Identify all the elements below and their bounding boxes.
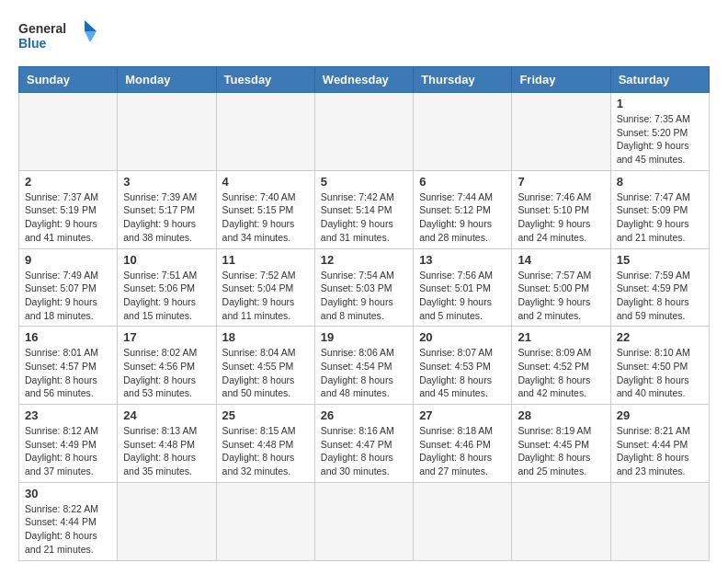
day-info: Sunrise: 8:22 AM Sunset: 4:44 PM Dayligh… (25, 502, 111, 557)
calendar-cell: 27Sunrise: 8:18 AM Sunset: 4:46 PM Dayli… (414, 405, 512, 483)
calendar-cell (216, 93, 314, 171)
day-info: Sunrise: 7:35 AM Sunset: 5:20 PM Dayligh… (617, 112, 703, 167)
calendar-cell: 19Sunrise: 8:06 AM Sunset: 4:54 PM Dayli… (314, 327, 413, 405)
week-row-4: 16Sunrise: 8:01 AM Sunset: 4:57 PM Dayli… (19, 327, 710, 405)
calendar-cell: 22Sunrise: 8:10 AM Sunset: 4:50 PM Dayli… (610, 327, 709, 405)
weekday-header-thursday: Thursday (414, 67, 512, 93)
day-number: 18 (222, 330, 309, 344)
day-number: 6 (419, 175, 506, 189)
calendar-cell: 24Sunrise: 8:13 AM Sunset: 4:48 PM Dayli… (118, 405, 216, 483)
calendar-cell (314, 482, 413, 560)
calendar-cell: 1Sunrise: 7:35 AM Sunset: 5:20 PM Daylig… (610, 93, 709, 171)
day-number: 9 (25, 253, 111, 267)
day-number: 26 (321, 408, 407, 422)
day-number: 21 (518, 330, 604, 344)
weekday-header-tuesday: Tuesday (216, 67, 314, 93)
weekday-header-row: SundayMondayTuesdayWednesdayThursdayFrid… (19, 67, 710, 93)
day-number: 1 (617, 97, 703, 110)
day-number: 23 (25, 408, 111, 422)
weekday-header-sunday: Sunday (19, 67, 118, 93)
day-number: 29 (617, 408, 703, 422)
day-info: Sunrise: 7:56 AM Sunset: 5:01 PM Dayligh… (419, 269, 506, 323)
week-row-2: 2Sunrise: 7:37 AM Sunset: 5:19 PM Daylig… (19, 170, 710, 248)
calendar-cell: 12Sunrise: 7:54 AM Sunset: 5:03 PM Dayli… (314, 248, 413, 327)
day-number: 8 (617, 175, 703, 189)
week-row-6: 30Sunrise: 8:22 AM Sunset: 4:44 PM Dayli… (19, 482, 710, 560)
week-row-1: 1Sunrise: 7:35 AM Sunset: 5:20 PM Daylig… (19, 93, 710, 171)
calendar-cell (414, 93, 512, 171)
day-info: Sunrise: 8:02 AM Sunset: 4:56 PM Dayligh… (123, 346, 210, 400)
weekday-header-friday: Friday (512, 67, 610, 93)
day-number: 14 (518, 253, 604, 267)
calendar-cell: 15Sunrise: 7:59 AM Sunset: 4:59 PM Dayli… (610, 248, 709, 327)
day-number: 5 (321, 175, 407, 189)
day-number: 28 (518, 408, 604, 422)
calendar-cell: 3Sunrise: 7:39 AM Sunset: 5:17 PM Daylig… (118, 170, 216, 248)
day-number: 11 (222, 253, 309, 267)
day-number: 20 (419, 330, 506, 344)
logo: General Blue (18, 18, 101, 57)
day-number: 12 (321, 253, 407, 267)
calendar-cell (19, 93, 118, 171)
calendar-cell: 2Sunrise: 7:37 AM Sunset: 5:19 PM Daylig… (19, 170, 118, 248)
svg-text:General: General (18, 21, 66, 36)
svg-marker-3 (85, 31, 97, 42)
svg-marker-2 (85, 20, 97, 31)
day-info: Sunrise: 7:47 AM Sunset: 5:09 PM Dayligh… (617, 190, 703, 245)
day-info: Sunrise: 8:10 AM Sunset: 4:50 PM Dayligh… (617, 346, 703, 400)
svg-text:Blue: Blue (18, 36, 47, 51)
calendar-cell (216, 482, 314, 560)
calendar-cell (610, 482, 709, 560)
day-number: 4 (222, 175, 309, 189)
day-info: Sunrise: 7:54 AM Sunset: 5:03 PM Dayligh… (321, 269, 407, 323)
day-info: Sunrise: 7:39 AM Sunset: 5:17 PM Dayligh… (123, 190, 210, 245)
day-number: 19 (321, 330, 407, 344)
day-info: Sunrise: 8:04 AM Sunset: 4:55 PM Dayligh… (222, 346, 309, 400)
calendar-cell (512, 482, 610, 560)
day-number: 25 (222, 408, 309, 422)
day-info: Sunrise: 7:37 AM Sunset: 5:19 PM Dayligh… (25, 190, 111, 245)
calendar-cell (414, 482, 512, 560)
calendar-cell: 23Sunrise: 8:12 AM Sunset: 4:49 PM Dayli… (19, 405, 118, 483)
day-info: Sunrise: 8:13 AM Sunset: 4:48 PM Dayligh… (123, 424, 210, 478)
day-info: Sunrise: 7:51 AM Sunset: 5:06 PM Dayligh… (123, 269, 210, 323)
day-number: 3 (123, 175, 210, 189)
day-info: Sunrise: 7:52 AM Sunset: 5:04 PM Dayligh… (222, 269, 309, 323)
day-info: Sunrise: 7:40 AM Sunset: 5:15 PM Dayligh… (222, 190, 309, 245)
calendar-cell (314, 93, 413, 171)
day-info: Sunrise: 7:46 AM Sunset: 5:10 PM Dayligh… (518, 190, 604, 245)
day-number: 17 (123, 330, 210, 344)
calendar-cell: 7Sunrise: 7:46 AM Sunset: 5:10 PM Daylig… (512, 170, 610, 248)
week-row-5: 23Sunrise: 8:12 AM Sunset: 4:49 PM Dayli… (19, 405, 710, 483)
day-number: 10 (123, 253, 210, 267)
calendar-cell: 29Sunrise: 8:21 AM Sunset: 4:44 PM Dayli… (610, 405, 709, 483)
day-info: Sunrise: 7:44 AM Sunset: 5:12 PM Dayligh… (419, 190, 506, 245)
day-info: Sunrise: 8:16 AM Sunset: 4:47 PM Dayligh… (321, 424, 407, 478)
day-info: Sunrise: 8:01 AM Sunset: 4:57 PM Dayligh… (25, 346, 111, 400)
calendar-cell: 14Sunrise: 7:57 AM Sunset: 5:00 PM Dayli… (512, 248, 610, 327)
day-info: Sunrise: 8:06 AM Sunset: 4:54 PM Dayligh… (321, 346, 407, 400)
calendar-cell: 5Sunrise: 7:42 AM Sunset: 5:14 PM Daylig… (314, 170, 413, 248)
day-number: 27 (419, 408, 506, 422)
calendar-cell (118, 93, 216, 171)
day-number: 2 (25, 175, 111, 189)
calendar-cell: 30Sunrise: 8:22 AM Sunset: 4:44 PM Dayli… (19, 482, 118, 560)
calendar-table: SundayMondayTuesdayWednesdayThursdayFrid… (18, 66, 710, 561)
day-number: 13 (419, 253, 506, 267)
calendar-cell: 4Sunrise: 7:40 AM Sunset: 5:15 PM Daylig… (216, 170, 314, 248)
calendar-cell: 18Sunrise: 8:04 AM Sunset: 4:55 PM Dayli… (216, 327, 314, 405)
day-number: 22 (617, 330, 703, 344)
day-info: Sunrise: 8:21 AM Sunset: 4:44 PM Dayligh… (617, 424, 703, 478)
calendar-cell: 16Sunrise: 8:01 AM Sunset: 4:57 PM Dayli… (19, 327, 118, 405)
day-number: 7 (518, 175, 604, 189)
calendar-cell: 28Sunrise: 8:19 AM Sunset: 4:45 PM Dayli… (512, 405, 610, 483)
logo-svg: General Blue (18, 18, 101, 57)
calendar-cell (512, 93, 610, 171)
week-row-3: 9Sunrise: 7:49 AM Sunset: 5:07 PM Daylig… (19, 248, 710, 327)
day-info: Sunrise: 8:19 AM Sunset: 4:45 PM Dayligh… (518, 424, 604, 478)
calendar-cell: 17Sunrise: 8:02 AM Sunset: 4:56 PM Dayli… (118, 327, 216, 405)
calendar-cell: 25Sunrise: 8:15 AM Sunset: 4:48 PM Dayli… (216, 405, 314, 483)
day-info: Sunrise: 7:49 AM Sunset: 5:07 PM Dayligh… (25, 269, 111, 323)
day-number: 30 (25, 487, 111, 500)
calendar-cell: 21Sunrise: 8:09 AM Sunset: 4:52 PM Dayli… (512, 327, 610, 405)
